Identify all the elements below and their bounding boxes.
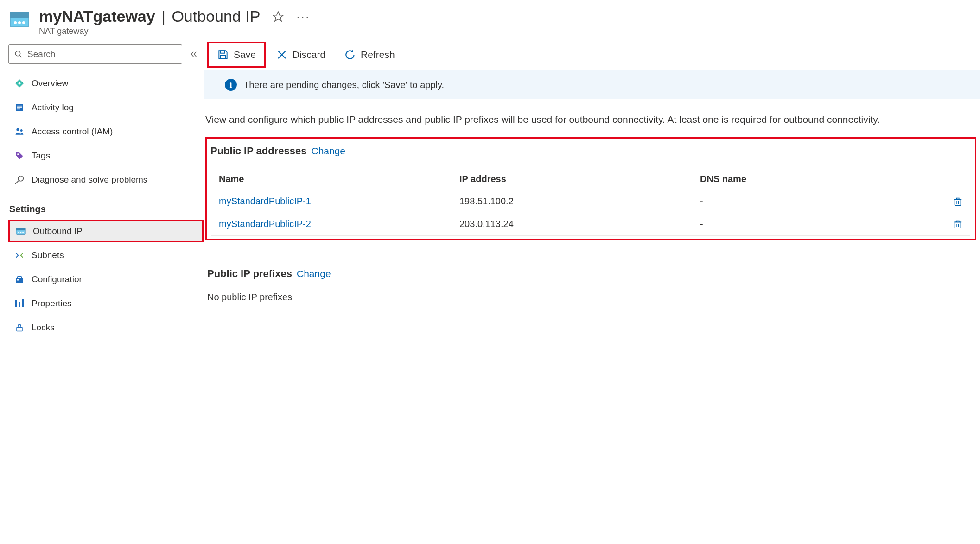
svg-point-15 <box>20 129 23 132</box>
public-ip-prefixes-section: Public IP prefixes Change No public IP p… <box>204 251 980 303</box>
svg-point-3 <box>18 21 21 24</box>
svg-rect-26 <box>19 302 20 307</box>
table-header: Name IP address DNS name <box>211 168 970 190</box>
sidebar-item-overview[interactable]: Overview <box>8 72 204 95</box>
prefixes-change-link[interactable]: Change <box>297 268 331 279</box>
svg-point-17 <box>18 176 23 181</box>
nav-label: Configuration <box>32 274 84 285</box>
sidebar-item-configuration[interactable]: Configuration <box>8 268 204 291</box>
sidebar: Search Overview Activity log <box>0 41 204 348</box>
sidebar-item-iam[interactable]: Access control (IAM) <box>8 120 204 143</box>
public-ip-table: Name IP address DNS name myStandardPubli… <box>207 159 975 236</box>
nav-label: Overview <box>32 78 68 89</box>
configuration-icon <box>14 274 25 285</box>
table-row: myStandardPublicIP-1 198.51.100.2 - <box>211 190 970 213</box>
svg-rect-1 <box>10 12 29 18</box>
search-placeholder: Search <box>27 49 55 59</box>
public-ip-section: Public IP addresses Change Name IP addre… <box>205 137 976 240</box>
trash-icon <box>953 196 963 207</box>
discard-icon <box>276 49 288 61</box>
save-icon <box>217 49 229 61</box>
svg-rect-12 <box>17 107 22 108</box>
sidebar-section-settings: Settings <box>8 193 204 218</box>
nat-gateway-icon <box>9 9 30 30</box>
svg-point-9 <box>19 82 21 85</box>
svg-rect-11 <box>17 106 22 107</box>
svg-rect-29 <box>221 51 225 53</box>
svg-rect-13 <box>17 109 20 110</box>
sidebar-item-tags[interactable]: Tags <box>8 145 204 167</box>
ip-name-link[interactable]: myStandardPublicIP-1 <box>219 196 459 207</box>
nav-label: Subnets <box>32 250 64 260</box>
discard-label: Discard <box>293 49 325 60</box>
command-bar: Save Discard Refresh <box>204 41 980 69</box>
page-header: myNATgateway | Outbound IP ··· NAT gatew… <box>0 0 980 41</box>
sidebar-item-locks[interactable]: Locks <box>8 316 204 339</box>
svg-point-16 <box>17 153 19 155</box>
svg-rect-25 <box>15 300 17 307</box>
resource-type-label: NAT gateway <box>39 26 310 36</box>
refresh-label: Refresh <box>361 49 395 60</box>
svg-rect-30 <box>221 55 226 59</box>
svg-line-7 <box>19 55 22 57</box>
delete-ip-button[interactable] <box>941 196 963 207</box>
col-name: Name <box>219 174 459 184</box>
activity-log-icon <box>14 102 25 113</box>
svg-point-2 <box>14 21 17 24</box>
svg-point-21 <box>20 232 22 233</box>
delete-ip-button[interactable] <box>941 219 963 230</box>
svg-rect-23 <box>16 278 23 283</box>
properties-icon <box>14 298 25 309</box>
pending-changes-info: i There are pending changes, click 'Save… <box>204 70 980 99</box>
svg-point-6 <box>15 51 20 56</box>
sidebar-search-input[interactable]: Search <box>8 44 182 64</box>
nav-label: Outbound IP <box>33 226 83 236</box>
main-content: Save Discard Refresh i There are p <box>204 41 980 348</box>
refresh-button[interactable]: Refresh <box>336 42 403 68</box>
ip-name-link[interactable]: myStandardPublicIP-2 <box>219 219 459 229</box>
info-icon: i <box>225 79 237 91</box>
iam-icon <box>14 126 25 137</box>
diagnose-icon <box>14 174 25 185</box>
discard-button[interactable]: Discard <box>267 42 334 68</box>
svg-rect-24 <box>17 279 19 281</box>
public-ip-title: Public IP addresses <box>210 145 306 157</box>
resource-name: myNATgateway <box>39 7 155 25</box>
page-description: View and configure which public IP addre… <box>204 99 980 137</box>
page-title: myNATgateway | Outbound IP ··· <box>39 7 310 25</box>
more-actions-icon[interactable]: ··· <box>296 10 310 23</box>
sidebar-item-outbound-ip[interactable]: Outbound IP <box>8 220 204 242</box>
svg-point-14 <box>16 128 19 132</box>
svg-point-4 <box>22 21 25 24</box>
prefixes-title: Public IP prefixes <box>207 268 292 280</box>
prefixes-empty-text: No public IP prefixes <box>207 292 978 303</box>
save-button[interactable]: Save <box>207 42 266 68</box>
ip-dns: - <box>700 196 941 207</box>
sidebar-item-diagnose[interactable]: Diagnose and solve problems <box>8 169 204 191</box>
col-dns: DNS name <box>700 174 941 184</box>
sidebar-item-subnets[interactable]: Subnets <box>8 244 204 266</box>
svg-rect-36 <box>955 222 961 228</box>
blade-title: Outbound IP <box>172 7 260 25</box>
table-row: myStandardPublicIP-2 203.0.113.24 - <box>211 213 970 236</box>
ip-address: 203.0.113.24 <box>459 219 700 229</box>
collapse-sidebar-icon[interactable] <box>190 50 198 58</box>
info-message: There are pending changes, click 'Save' … <box>243 80 444 90</box>
svg-rect-33 <box>955 199 961 205</box>
nav-label: Properties <box>32 298 72 309</box>
refresh-icon <box>344 49 356 61</box>
tags-icon <box>14 150 25 161</box>
public-ip-change-link[interactable]: Change <box>311 145 345 157</box>
outbound-ip-icon <box>15 226 26 237</box>
favorite-star-icon[interactable] <box>272 11 284 23</box>
svg-rect-28 <box>17 327 22 331</box>
sidebar-item-properties[interactable]: Properties <box>8 292 204 315</box>
ip-dns: - <box>700 219 941 229</box>
search-icon <box>14 50 23 58</box>
svg-rect-19 <box>16 228 25 231</box>
trash-icon <box>953 219 963 230</box>
svg-rect-27 <box>22 299 24 307</box>
svg-point-20 <box>18 232 19 233</box>
sidebar-item-activity-log[interactable]: Activity log <box>8 96 204 119</box>
nav-label: Activity log <box>32 102 74 113</box>
